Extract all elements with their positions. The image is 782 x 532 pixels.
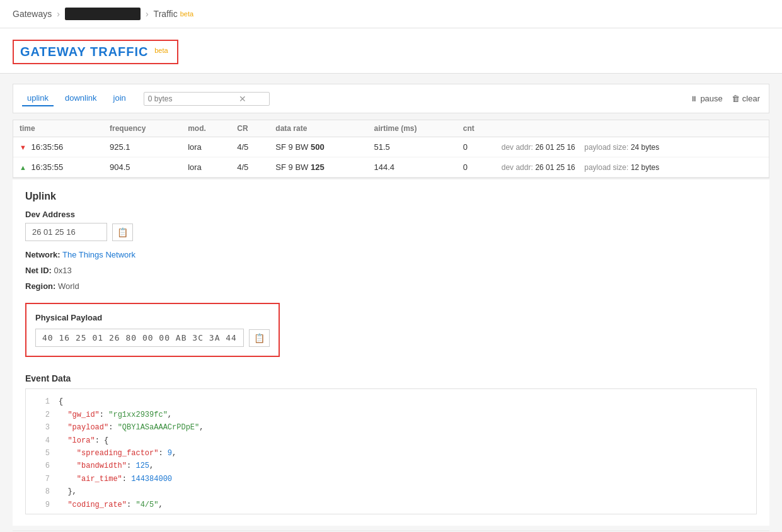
cell-airtime: 51.5	[367, 137, 456, 157]
physical-payload-box: Physical Payload 40 16 25 01 26 80 00 00…	[25, 303, 280, 357]
cell-frequency: 925.1	[103, 137, 181, 157]
detail-title: Uplink	[25, 191, 757, 202]
line-num: 1	[32, 395, 50, 408]
payload-size-value: 24 bytes	[631, 143, 659, 152]
th-cr: CR	[231, 120, 269, 137]
line-num: 8	[32, 485, 50, 498]
cell-data-rate: SF 9 BW 125	[269, 157, 367, 178]
code-line: 8 },	[26, 485, 756, 498]
net-id-value: 0x13	[54, 266, 72, 275]
search-input[interactable]	[148, 94, 236, 103]
cell-data-rate: SF 9 BW 500	[269, 137, 367, 157]
code-line: 1 {	[26, 395, 756, 408]
copy-payload-button[interactable]: 📋	[249, 329, 270, 347]
breadcrumb-beta: beta	[180, 10, 193, 18]
cell-airtime: 144.4	[367, 157, 456, 178]
event-data-code-block[interactable]: 1 { 2 "gw_id": "rg1xx2939fc", 3 "payload…	[25, 388, 757, 514]
table-row[interactable]: ▲ 16:35:55 904.5 lora 4/5 SF 9 BW 125 14…	[13, 157, 769, 178]
table-row[interactable]: ▼ 16:35:56 925.1 lora 4/5 SF 9 BW 500 51…	[13, 137, 769, 157]
dev-addr-label: dev addr:	[502, 143, 533, 152]
tab-downlink[interactable]: downlink	[60, 91, 102, 106]
code-content: "gw_id": "rg1xx2939fc",	[59, 409, 172, 421]
payload-size-value: 12 bytes	[631, 163, 659, 172]
cell-cr: 4/5	[231, 157, 269, 178]
cell-time: ▲ 16:35:55	[13, 157, 103, 178]
breadcrumb-sep-2: ›	[146, 9, 149, 19]
dev-addr-field: 26 01 25 16	[25, 223, 107, 241]
line-num: 7	[32, 473, 50, 485]
trash-icon: 🗑	[732, 94, 740, 103]
code-line: 10 "timestamp": "2018-03-13T20:35:55.830…	[26, 511, 756, 514]
copy-dev-addr-button[interactable]: 📋	[112, 224, 133, 241]
pause-label: pause	[700, 94, 722, 103]
dev-address-label: Dev Address	[25, 210, 757, 219]
line-num: 10	[32, 511, 50, 514]
th-frequency: frequency	[103, 120, 181, 137]
code-line: 7 "air_time": 144384000	[26, 473, 756, 485]
payload-size-label: payload size:	[584, 163, 628, 172]
code-content: {	[59, 395, 63, 408]
th-meta	[495, 120, 769, 137]
cell-frequency: 904.5	[103, 157, 181, 178]
event-data-title: Event Data	[25, 373, 757, 383]
network-info: Network: The Things Network	[25, 249, 757, 262]
cell-mod: lora	[181, 137, 231, 157]
code-content: "coding_rate": "4/5",	[59, 499, 163, 511]
breadcrumb-gateways[interactable]: Gateways	[13, 9, 52, 19]
line-num: 9	[32, 499, 50, 511]
cell-cnt: 0	[457, 157, 495, 178]
line-num: 3	[32, 421, 50, 434]
search-box: ✕	[144, 92, 270, 106]
page-header: GATEWAY TRAFFIC beta	[0, 28, 782, 74]
search-clear-icon[interactable]: ✕	[239, 94, 246, 104]
table-header-row: time frequency mod. CR data rate airtime…	[13, 120, 769, 137]
breadcrumb-masked	[65, 8, 141, 20]
line-num: 4	[32, 434, 50, 447]
breadcrumb: Gateways › › Traffic beta	[0, 0, 782, 28]
payload-field: 40 16 25 01 26 80 00 00 AB 3C 3A 44 📋	[35, 329, 270, 347]
direction-up-icon: ▲	[20, 164, 26, 171]
th-mod: mod.	[181, 120, 231, 137]
cell-mod: lora	[181, 157, 231, 178]
code-content: "spreading_factor": 9,	[59, 447, 176, 460]
code-content: "payload": "QBYlASaAAACrPDpE",	[59, 421, 204, 434]
th-time: time	[13, 120, 103, 137]
pause-button[interactable]: ⏸ pause	[690, 94, 722, 103]
clear-button[interactable]: 🗑 clear	[732, 94, 760, 103]
cell-meta: dev addr: 26 01 25 16 payload size: 24 b…	[495, 137, 769, 157]
traffic-table-container: time frequency mod. CR data rate airtime…	[13, 120, 769, 178]
line-num: 6	[32, 460, 50, 472]
breadcrumb-traffic: Traffic	[154, 9, 178, 19]
direction-down-icon: ▼	[20, 144, 26, 151]
detail-section: Uplink Dev Address 26 01 25 16 📋 Network…	[13, 178, 769, 526]
traffic-table: time frequency mod. CR data rate airtime…	[13, 120, 769, 178]
network-label: Network:	[25, 250, 60, 259]
cell-meta: dev addr: 26 01 25 16 payload size: 12 b…	[495, 157, 769, 178]
main-content: uplink downlink join ✕ ⏸ pause 🗑 clear t…	[0, 74, 782, 532]
net-id-info: Net ID: 0x13	[25, 264, 757, 278]
page-title-beta: beta	[154, 47, 168, 54]
region-label: Region:	[25, 281, 55, 291]
region-info: Region: World	[25, 280, 757, 293]
dev-addr-value: 26 01 25 16	[535, 143, 575, 152]
event-data-section: Event Data 1 { 2 "gw_id": "rg1xx2939fc",…	[25, 373, 757, 514]
region-value: World	[58, 281, 79, 291]
code-line: 3 "payload": "QBYlASaAAACrPDpE",	[26, 421, 756, 434]
payload-size-label: payload size:	[584, 143, 628, 152]
dev-addr-value: 26 01 25 16	[535, 163, 575, 172]
pause-icon: ⏸	[690, 94, 698, 103]
clear-label: clear	[742, 94, 760, 103]
tab-join[interactable]: join	[108, 91, 131, 106]
th-data-rate: data rate	[269, 120, 367, 137]
breadcrumb-sep-1: ›	[57, 9, 60, 19]
net-id-label: Net ID:	[25, 266, 52, 275]
toolbar: uplink downlink join ✕ ⏸ pause 🗑 clear	[13, 84, 769, 113]
page-title-box: GATEWAY TRAFFIC beta	[13, 40, 178, 64]
code-content: "bandwidth": 125,	[59, 460, 154, 472]
tab-uplink[interactable]: uplink	[22, 91, 54, 106]
network-value-link[interactable]: The Things Network	[62, 250, 135, 259]
payload-value: 40 16 25 01 26 80 00 00 AB 3C 3A 44	[35, 329, 244, 347]
code-line: 9 "coding_rate": "4/5",	[26, 499, 756, 511]
code-line: 4 "lora": {	[26, 434, 756, 447]
th-airtime: airtime (ms)	[367, 120, 456, 137]
